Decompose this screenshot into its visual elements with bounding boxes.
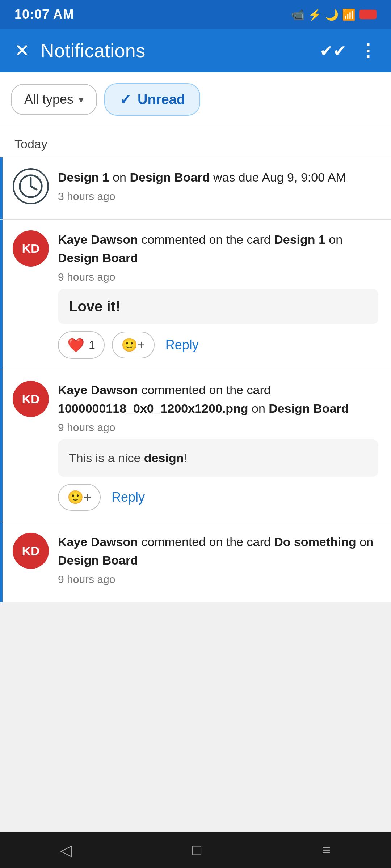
- clock-icon: [18, 174, 43, 199]
- more-options-button[interactable]: ⋮: [359, 41, 377, 61]
- notification-text: Kaye Dawson commented on the card 100000…: [58, 381, 378, 418]
- battery-icon: [359, 10, 377, 19]
- menu-button[interactable]: ≡: [322, 841, 331, 859]
- notification-body: Kaye Dawson commented on the card Do som…: [58, 533, 378, 591]
- reply-button[interactable]: Reply: [108, 490, 148, 505]
- app-header: ✕ Notifications ✔✔ ⋮: [0, 29, 391, 72]
- page-title: Notifications: [41, 40, 309, 61]
- notification-body: Kaye Dawson commented on the card 100000…: [58, 381, 378, 511]
- notification-text: Design 1 on Design Board was due Aug 9, …: [58, 168, 378, 187]
- heart-reaction-button[interactable]: ❤️ 1: [58, 331, 105, 359]
- notification-item: KD Kaye Dawson commented on the card Do …: [0, 522, 391, 602]
- notification-time: 9 hours ago: [58, 271, 378, 283]
- action-row: ❤️ 1 🙂+ Reply: [58, 331, 378, 359]
- comment-text: Love it!: [69, 298, 120, 314]
- notification-time: 9 hours ago: [58, 573, 378, 586]
- notification-item: KD Kaye Dawson commented on the card 100…: [0, 370, 391, 522]
- header-actions: ✔✔ ⋮: [320, 41, 377, 61]
- action-row: 🙂+ Reply: [58, 484, 378, 511]
- chevron-down-icon: ▾: [79, 94, 84, 106]
- notification-text: Kaye Dawson commented on the card Design…: [58, 230, 378, 267]
- close-button[interactable]: ✕: [14, 40, 30, 61]
- notification-item: Design 1 on Design Board was due Aug 9, …: [0, 157, 391, 219]
- avatar: KD: [13, 381, 49, 417]
- reaction-count: 1: [89, 339, 95, 352]
- notification-text: Kaye Dawson commented on the card Do som…: [58, 533, 378, 570]
- add-emoji-button[interactable]: 🙂+: [58, 484, 101, 511]
- avatar: KD: [13, 230, 49, 267]
- status-time: 10:07 AM: [14, 7, 74, 22]
- bottom-navigation: ◁ □ ≡: [0, 832, 391, 868]
- notification-body: Kaye Dawson commented on the card Design…: [58, 230, 378, 359]
- home-button[interactable]: □: [192, 841, 201, 859]
- svg-line-2: [31, 186, 37, 190]
- status-bar: 10:07 AM 📹 ⚡ 🌙 📶: [0, 0, 391, 29]
- mark-all-read-button[interactable]: ✔✔: [320, 42, 346, 60]
- emoji-add-icon: 🙂+: [67, 490, 91, 505]
- unread-filter[interactable]: ✓ Unread: [104, 83, 200, 116]
- all-types-filter[interactable]: All types ▾: [11, 84, 97, 115]
- clock-avatar: [13, 168, 49, 204]
- notification-time: 9 hours ago: [58, 421, 378, 434]
- section-today: Today: [0, 127, 391, 157]
- comment-text: This is a nice design!: [69, 451, 187, 465]
- add-emoji-button[interactable]: 🙂+: [112, 332, 155, 358]
- check-icon: ✓: [119, 91, 132, 108]
- back-button[interactable]: ◁: [60, 841, 72, 859]
- heart-icon: ❤️: [67, 337, 84, 353]
- unread-label: Unread: [138, 92, 185, 107]
- notification-item: KD Kaye Dawson commented on the card Des…: [0, 219, 391, 370]
- avatar: KD: [13, 533, 49, 569]
- reply-button[interactable]: Reply: [162, 337, 202, 353]
- emoji-add-icon: 🙂+: [121, 337, 145, 353]
- notification-time: 3 hours ago: [58, 190, 378, 203]
- comment-bubble: This is a nice design!: [58, 439, 378, 477]
- notification-body: Design 1 on Design Board was due Aug 9, …: [58, 168, 378, 208]
- all-types-label: All types: [24, 92, 73, 107]
- comment-bubble: Love it!: [58, 289, 378, 324]
- filter-bar: All types ▾ ✓ Unread: [0, 72, 391, 127]
- notifications-list: Today Design 1 on Design Board was due A…: [0, 127, 391, 602]
